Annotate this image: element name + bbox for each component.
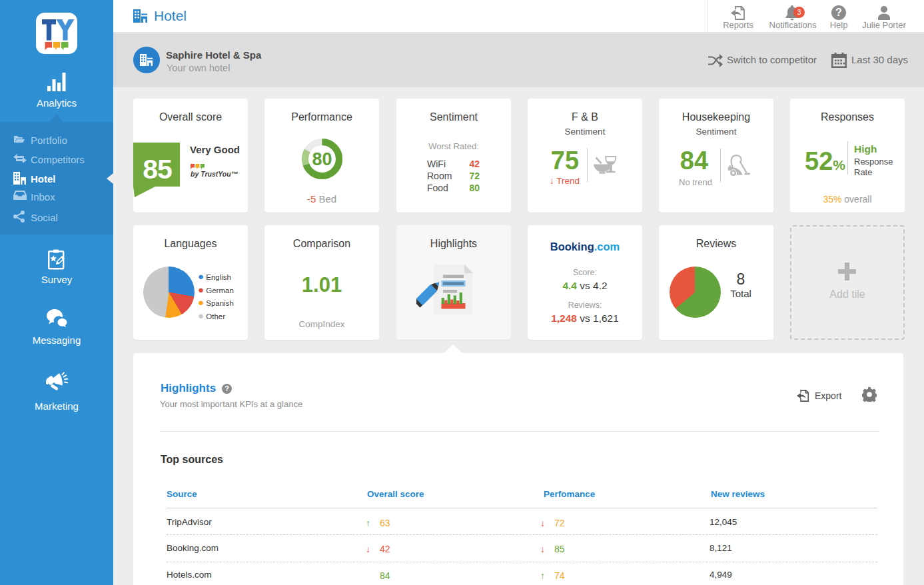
- svg-text:by TrustYou™: by TrustYou™: [191, 170, 238, 178]
- svg-text:85: 85: [143, 154, 172, 185]
- svg-text:80: 80: [312, 149, 332, 169]
